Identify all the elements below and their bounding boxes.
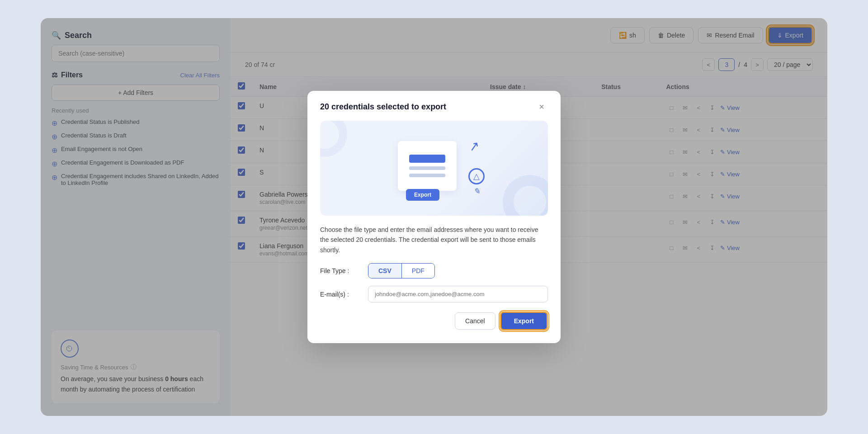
modal-actions: Cancel Export (307, 310, 561, 330)
export-modal: 20 credentials selected to export × ↗ Ex… (307, 91, 561, 343)
modal-overlay[interactable]: 20 credentials selected to export × ↗ Ex… (41, 18, 827, 416)
illus-bar-gray2 (409, 174, 445, 177)
illus-doc (398, 141, 457, 191)
illus-export-btn: Export (406, 189, 439, 201)
illus-arrow-icon: ↗ (467, 138, 480, 154)
illus-sig: ✎ (473, 186, 480, 196)
modal-export-button[interactable]: Export (500, 311, 548, 330)
illus-circle1 (503, 175, 548, 216)
email-field-row: E-mail(s) : (307, 286, 561, 310)
email-input[interactable] (368, 286, 548, 302)
illus-bar-gray (409, 166, 445, 170)
illus-seal: △ (468, 168, 485, 184)
illus-badge: △ ✎ (468, 168, 485, 196)
email-label: E-mail(s) : (320, 291, 361, 298)
cancel-button[interactable]: Cancel (455, 312, 495, 330)
app-container: 🔍 Search ⚖ Filters Clear All Filters + A… (41, 18, 827, 416)
modal-title: 20 credentials selected to export (320, 102, 446, 112)
file-type-group: CSV PDF (368, 263, 435, 278)
file-type-pdf-button[interactable]: PDF (401, 264, 434, 278)
modal-close-button[interactable]: × (535, 101, 548, 113)
file-type-label: File Type : (320, 267, 361, 274)
illus-bar-blue (409, 155, 445, 163)
file-type-field: File Type : CSV PDF (307, 263, 561, 286)
modal-illustration: ↗ Export △ ✎ (320, 121, 548, 216)
modal-description: Choose the file type and enter the email… (307, 225, 561, 263)
illus-circle2 (320, 121, 347, 157)
file-type-csv-button[interactable]: CSV (368, 264, 401, 278)
modal-header: 20 credentials selected to export × (307, 91, 561, 121)
illus-inner: ↗ Export △ ✎ (375, 132, 493, 204)
